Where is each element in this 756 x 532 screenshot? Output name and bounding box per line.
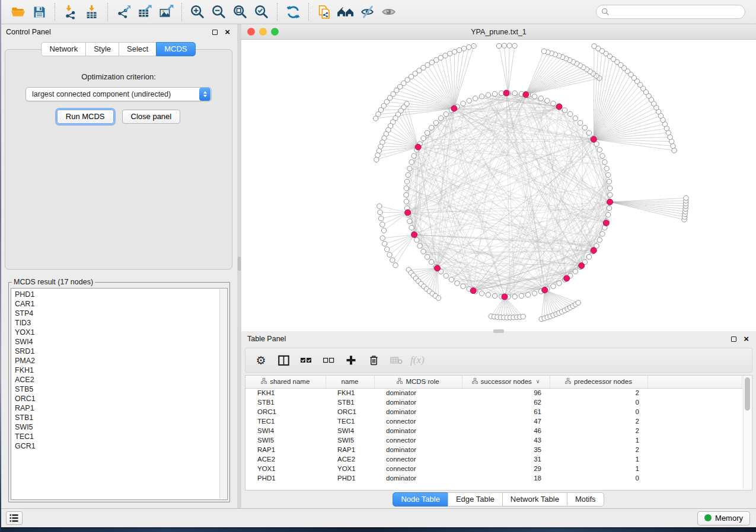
horizontal-splitter-handle[interactable] [493,329,504,333]
optimization-criterion-select[interactable]: largest connected component (undirected) [25,87,212,101]
control-panel-title: Control Panel [6,28,51,36]
tab-network-table[interactable]: Network Table [502,492,567,507]
memory-button[interactable]: Memory [697,511,750,525]
mcds-result-item[interactable]: SWI4 [15,337,219,347]
open-session-button[interactable] [7,2,28,22]
run-mcds-button[interactable]: Run MCDS [57,110,114,124]
hide-selected-button[interactable] [356,2,378,22]
table-scrollbar[interactable] [743,376,752,490]
zoom-selected-button[interactable] [251,2,272,22]
tab-select[interactable]: Select [119,42,157,56]
table-row[interactable]: YOX1YOX1connector291 [245,464,742,473]
maximize-traffic-light[interactable] [271,28,279,36]
tab-node-table[interactable]: Node Table [393,492,448,507]
mcds-result-item[interactable]: FKH1 [15,366,219,375]
table-row[interactable]: SWI4SWI4dominator462 [245,426,742,435]
table-toolbar: ⚙ f(x) [245,348,752,373]
mcds-result-list[interactable]: PHD1CAR1STP4TID3YOX1SWI4SRD1PMA2FKH1ACE2… [11,288,228,500]
control-panel-header: Control Panel × [0,24,237,40]
export-network-button[interactable] [113,2,134,22]
mcds-result-item[interactable]: SRD1 [15,347,219,356]
mcds-result-item[interactable]: ORC1 [15,394,219,403]
close-traffic-light[interactable] [247,28,255,36]
mcds-result-item[interactable]: GCR1 [15,441,219,451]
mcds-result-item[interactable]: TEC1 [15,432,219,441]
zoom-in-button[interactable] [187,2,208,22]
show-all-button[interactable] [378,2,399,22]
minimize-traffic-light[interactable] [259,28,267,36]
table-row[interactable]: RAP1RAP1dominator352 [245,445,742,454]
mcds-result-item[interactable]: RAP1 [15,403,219,413]
network-window-titlebar[interactable]: YPA_prune.txt_1 [241,24,756,40]
mcds-result-item[interactable]: PMA2 [15,356,219,366]
first-neighbors-button[interactable] [335,2,356,22]
table-type-tabs: Node TableEdge TableNetwork TableMotifs [241,491,756,508]
save-session-button[interactable] [28,2,50,22]
mcds-result-item[interactable]: STB1 [15,413,219,422]
toolbar-separator [55,3,55,21]
close-panel-icon[interactable]: × [744,336,749,342]
mcds-result-item[interactable]: STB5 [15,384,219,394]
table-row[interactable]: PHD1PHD1dominator180 [245,473,742,483]
export-image-button[interactable] [155,2,177,22]
select-all-button[interactable] [298,351,314,369]
float-window-icon[interactable] [212,30,218,35]
zoom-fit-button[interactable] [229,2,251,22]
desktop-wallpaper-strip [0,527,756,532]
network-view-canvas[interactable] [241,40,756,331]
memory-status-dot [704,514,712,521]
column-header-predecessor-nodes[interactable]: predecessor nodes [550,376,647,388]
column-header-shared-name[interactable]: shared name [245,376,326,388]
tab-motifs[interactable]: Motifs [567,492,604,507]
scrollbar-thumb[interactable] [745,377,750,411]
table-row[interactable]: ACE2ACE2connector311 [245,454,742,464]
tab-edge-table[interactable]: Edge Table [448,492,503,507]
delete-row-button[interactable] [365,351,382,369]
table-row[interactable]: SWI5SWI5connector431 [245,435,742,445]
vertical-splitter[interactable] [237,24,241,508]
table-row[interactable]: FKH1FKH1dominator962 [245,388,742,398]
mcds-result-item[interactable]: SWI5 [15,422,219,432]
export-image-icon [158,4,174,20]
column-header-mcds-role[interactable]: MCDS role [374,376,462,388]
mcds-result-item[interactable]: PHD1 [15,290,219,299]
tab-network[interactable]: Network [41,42,86,56]
optimization-criterion-label: Optimization criterion: [81,72,156,81]
close-panel-button[interactable]: Close panel [122,110,181,124]
delete-table-button[interactable] [388,351,404,369]
show-columns-button[interactable] [275,351,292,369]
table-row[interactable]: STB1STB1dominator620 [245,398,742,407]
zoom-out-button[interactable] [208,2,229,22]
column-header-successor-nodes[interactable]: successor nodes∨ [462,376,550,388]
column-header-name[interactable]: name [326,376,374,388]
column-type-icon [397,378,403,385]
table-options-button[interactable]: ⚙ [253,351,269,369]
table-row[interactable]: ORC1ORC1dominator610 [245,407,742,416]
search-field[interactable] [596,5,745,19]
mcds-result-item[interactable]: CAR1 [15,299,219,309]
export-table-button[interactable] [134,2,155,22]
deselect-all-button[interactable] [320,351,337,369]
mcds-result-item[interactable]: YOX1 [15,328,219,337]
table-row[interactable]: TEC1TEC1connector472 [245,416,742,426]
mcds-result-item[interactable]: ACE2 [15,375,219,384]
mcds-result-item[interactable]: TID3 [15,318,219,328]
function-builder-button[interactable]: f(x) [410,351,425,369]
import-network-button[interactable] [60,2,81,22]
add-row-button[interactable] [343,351,359,369]
tab-style[interactable]: Style [85,42,119,56]
search-input[interactable] [613,8,740,16]
splitter-handle[interactable] [238,257,241,271]
list-scrollbar[interactable] [219,289,227,499]
mcds-result-item[interactable]: STP4 [15,309,219,318]
copy-network-button[interactable] [314,2,335,22]
toolbar-separator [107,3,108,21]
float-window-icon[interactable] [731,336,736,342]
import-table-button[interactable] [81,2,103,22]
apply-layout-button[interactable] [282,2,304,22]
close-panel-icon[interactable]: × [225,29,230,35]
task-history-button[interactable] [6,511,23,525]
column-type-icon [565,378,571,385]
tab-mcds[interactable]: MCDS [156,42,195,56]
export-table-icon [137,4,153,20]
